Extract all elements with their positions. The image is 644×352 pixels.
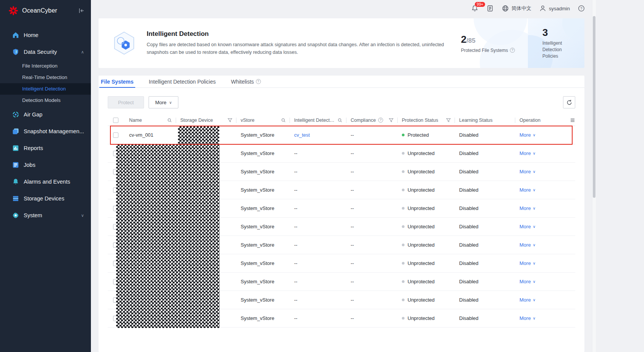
sidebar-item-storage-devices[interactable]: Storage Devices bbox=[0, 190, 91, 207]
column-settings-icon[interactable] bbox=[570, 118, 575, 124]
reports-icon bbox=[12, 145, 19, 152]
row-more-button[interactable]: More ∨ bbox=[519, 169, 536, 174]
sidebar-item-air-gap[interactable]: Air Gap bbox=[0, 106, 91, 123]
protected-total: /85 bbox=[466, 37, 476, 44]
help-icon[interactable]: ? bbox=[256, 79, 261, 84]
refresh-button[interactable] bbox=[563, 96, 575, 108]
scrollbar-thumb[interactable] bbox=[593, 16, 595, 198]
cell-learning-status: Disabled bbox=[455, 279, 515, 284]
cell-vstore: System_vStore bbox=[236, 150, 290, 156]
sidebar-item-home[interactable]: Home bbox=[0, 27, 91, 44]
redaction-overlay bbox=[116, 144, 220, 328]
notes-icon bbox=[486, 5, 494, 12]
tab-file-systems[interactable]: File Systems bbox=[100, 76, 134, 87]
cell-vstore: System_vStore bbox=[236, 205, 290, 211]
cell-protection-status: Unprotected bbox=[397, 187, 455, 193]
policies-count: 3 bbox=[542, 27, 584, 39]
status-dot bbox=[402, 262, 405, 265]
cell-vstore: System_vStore bbox=[236, 279, 290, 284]
sidebar-item-jobs[interactable]: Jobs bbox=[0, 157, 91, 173]
tab-label: Intelligent Detection Policies bbox=[149, 79, 216, 85]
cell-protection-status: Unprotected bbox=[397, 297, 455, 303]
row-more-button[interactable]: More ∨ bbox=[519, 150, 536, 156]
sidebar-item-intelligent-detection[interactable]: Intelligent Detection bbox=[0, 83, 91, 95]
filter-icon[interactable] bbox=[389, 118, 393, 123]
more-dropdown-button[interactable]: More∨ bbox=[149, 96, 178, 108]
protected-count: 2 bbox=[461, 34, 466, 45]
row-more-button[interactable]: More ∨ bbox=[519, 187, 536, 193]
cell-policy-link[interactable]: cv_test bbox=[294, 132, 310, 138]
cell-compliance: -- bbox=[346, 150, 397, 156]
row-more-button[interactable]: More ∨ bbox=[519, 297, 536, 303]
chevron-down-icon: ∨ bbox=[169, 100, 172, 105]
help-icon[interactable]: ? bbox=[378, 118, 383, 123]
chevron-down-icon: ∨ bbox=[533, 279, 536, 284]
help-icon[interactable]: ? bbox=[510, 48, 515, 53]
tab-whitelists[interactable]: Whitelists? bbox=[230, 76, 262, 87]
filter-icon[interactable] bbox=[228, 118, 232, 123]
chevron-down-icon: ∨ bbox=[533, 316, 536, 320]
cell-policy: -- bbox=[290, 279, 346, 284]
user-menu[interactable]: sysadmin bbox=[539, 5, 570, 12]
protected-label: Protected File Systems bbox=[461, 48, 508, 53]
sidebar: OceanCyber HomeData Security∧File Interc… bbox=[0, 0, 91, 352]
cell-learning-status: Disabled bbox=[455, 297, 515, 303]
search-icon[interactable] bbox=[338, 118, 342, 123]
cell-operation: More ∨ bbox=[515, 150, 575, 156]
row-checkbox[interactable] bbox=[113, 132, 118, 138]
status-dot bbox=[402, 152, 405, 155]
protect-button[interactable]: Protect bbox=[108, 96, 144, 108]
row-more-button[interactable]: More ∨ bbox=[519, 205, 536, 211]
help-button[interactable]: ? bbox=[578, 5, 585, 12]
cell-learning-status: Disabled bbox=[455, 169, 515, 174]
sidebar-item-alarms-and-events[interactable]: Alarms and Events bbox=[0, 173, 91, 190]
cell-vstore: System_vStore bbox=[236, 169, 290, 174]
cell-protection-status: Unprotected bbox=[397, 224, 455, 229]
jobs-icon bbox=[12, 161, 19, 168]
sidebar-item-real-time-detection[interactable]: Real-Time Detection bbox=[0, 72, 91, 83]
cell-operation: More ∨ bbox=[515, 187, 575, 193]
cell-vstore: System_vStore bbox=[236, 260, 290, 266]
cell-protection-status: Unprotected bbox=[397, 205, 455, 211]
cell-vstore: System_vStore bbox=[236, 187, 290, 193]
huawei-logo-icon bbox=[8, 6, 18, 16]
sidebar-item-label: Data Security bbox=[24, 49, 57, 55]
status-dot bbox=[402, 280, 405, 283]
language-switcher[interactable]: 简体中文 bbox=[502, 5, 531, 12]
row-more-button[interactable]: More ∨ bbox=[519, 242, 536, 248]
notes-button[interactable] bbox=[486, 5, 494, 12]
sidebar-item-file-interception[interactable]: File Interception bbox=[0, 60, 91, 72]
sidebar-item-label: Snapshot Managemen... bbox=[24, 128, 84, 134]
select-all-checkbox[interactable] bbox=[113, 118, 118, 123]
search-icon[interactable] bbox=[167, 118, 172, 123]
home-icon bbox=[12, 32, 19, 39]
chevron-down-icon: ∨ bbox=[533, 170, 536, 174]
sidebar-item-reports[interactable]: Reports bbox=[0, 140, 91, 157]
sidebar-item-snapshot-managemen[interactable]: Snapshot Managemen... bbox=[0, 123, 91, 140]
search-icon[interactable] bbox=[281, 118, 286, 123]
chevron-down-icon: ∨ bbox=[533, 261, 536, 265]
sidebar-collapse-icon[interactable] bbox=[78, 7, 85, 14]
cell-compliance: -- bbox=[346, 187, 397, 193]
chevron-down-icon: ∨ bbox=[533, 133, 536, 137]
sidebar-item-system[interactable]: System∨ bbox=[0, 207, 91, 224]
cell-policy: -- bbox=[290, 150, 346, 156]
row-more-button[interactable]: More ∨ bbox=[519, 224, 536, 229]
table-header: Name Storage Device vStore Intelligent D… bbox=[108, 115, 575, 126]
sidebar-item-detection-models[interactable]: Detection Models bbox=[0, 95, 91, 106]
cell-vstore: System_vStore bbox=[236, 242, 290, 248]
cell-learning-status: Disabled bbox=[455, 315, 515, 321]
refresh-icon bbox=[566, 99, 573, 106]
notifications-button[interactable]: 99+ bbox=[471, 5, 479, 12]
filter-icon[interactable] bbox=[446, 118, 451, 123]
tab-intelligent-detection-policies[interactable]: Intelligent Detection Policies bbox=[148, 76, 217, 87]
row-more-button[interactable]: More ∨ bbox=[519, 315, 536, 321]
row-more-button[interactable]: More ∨ bbox=[519, 260, 536, 266]
column-name: Name bbox=[129, 118, 142, 123]
row-more-button[interactable]: More ∨ bbox=[519, 132, 536, 138]
vertical-scrollbar[interactable] bbox=[592, 0, 596, 352]
row-more-button[interactable]: More ∨ bbox=[519, 279, 536, 284]
policies-label: Intelligent Detection Policies bbox=[542, 40, 576, 59]
cell-compliance: -- bbox=[346, 315, 397, 321]
sidebar-item-data-security[interactable]: Data Security∧ bbox=[0, 44, 91, 60]
